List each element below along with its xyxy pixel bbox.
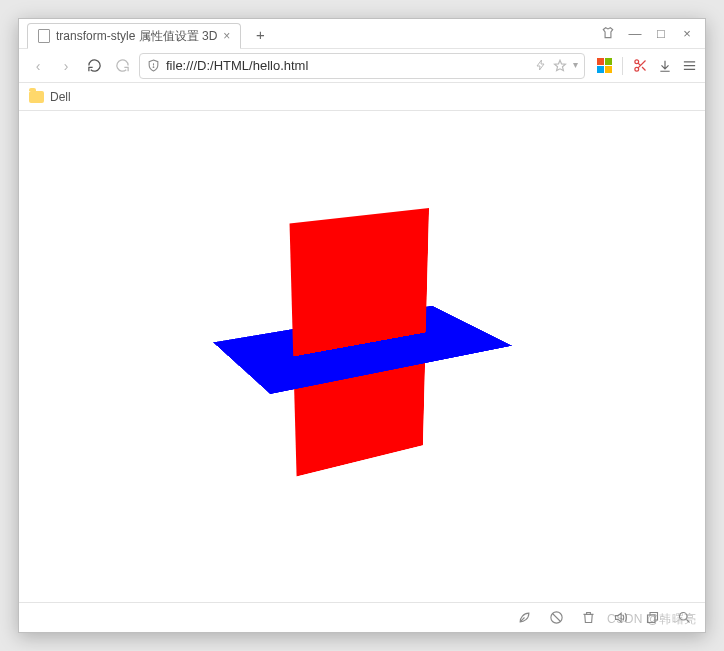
toolbar-right (591, 57, 697, 75)
adblock-icon[interactable] (549, 610, 565, 625)
maximize-button[interactable]: □ (653, 26, 669, 41)
forward-button[interactable]: › (55, 55, 77, 77)
svg-point-2 (635, 67, 639, 71)
reload-button[interactable] (83, 55, 105, 77)
minimize-button[interactable]: — (627, 26, 643, 41)
url-text: file:///D:/HTML/hello.html (166, 58, 529, 73)
dropdown-icon[interactable]: ▾ (573, 59, 578, 73)
trash-icon[interactable] (581, 610, 597, 625)
divider (622, 57, 623, 75)
scissors-icon[interactable] (633, 58, 648, 73)
bookmarks-bar: Dell (19, 83, 705, 111)
stage-3d (233, 202, 476, 488)
page-content (19, 111, 705, 602)
menu-icon[interactable] (682, 58, 697, 73)
address-bar[interactable]: file:///D:/HTML/hello.html ▾ (139, 53, 585, 79)
folder-icon (29, 91, 44, 103)
toolbar: ‹ › file:///D:/HTML/hello.html ▾ (19, 49, 705, 83)
microsoft-icon[interactable] (597, 58, 612, 73)
svg-point-1 (635, 60, 639, 64)
address-right: ▾ (535, 59, 578, 73)
search-icon[interactable] (677, 610, 693, 625)
favorite-icon[interactable] (553, 59, 567, 73)
bookmark-dell[interactable]: Dell (50, 90, 71, 104)
undo-button[interactable] (111, 55, 133, 77)
svg-rect-4 (648, 615, 656, 623)
download-icon[interactable] (658, 59, 672, 73)
skin-icon[interactable] (601, 26, 617, 40)
new-tab-button[interactable]: + (247, 22, 273, 48)
rocket-icon[interactable] (517, 610, 533, 625)
title-bar: transform-style 属性值设置 3D × + — □ × (19, 19, 705, 49)
back-button[interactable]: ‹ (27, 55, 49, 77)
tab-close-button[interactable]: × (223, 29, 230, 43)
flash-icon[interactable] (535, 59, 547, 73)
svg-point-0 (153, 67, 154, 68)
tab-title: transform-style 属性值设置 3D (56, 28, 217, 45)
browser-tab[interactable]: transform-style 属性值设置 3D × (27, 23, 241, 49)
status-bar (19, 602, 705, 632)
sound-icon[interactable] (613, 610, 629, 625)
close-button[interactable]: × (679, 26, 695, 41)
browser-window: transform-style 属性值设置 3D × + — □ × ‹ › f… (18, 18, 706, 633)
transform-3d-demo (232, 214, 492, 474)
file-icon (38, 29, 50, 43)
window-controls: — □ × (601, 18, 705, 48)
restore-icon[interactable] (645, 610, 661, 625)
svg-point-5 (680, 613, 688, 621)
shield-icon (146, 59, 160, 73)
